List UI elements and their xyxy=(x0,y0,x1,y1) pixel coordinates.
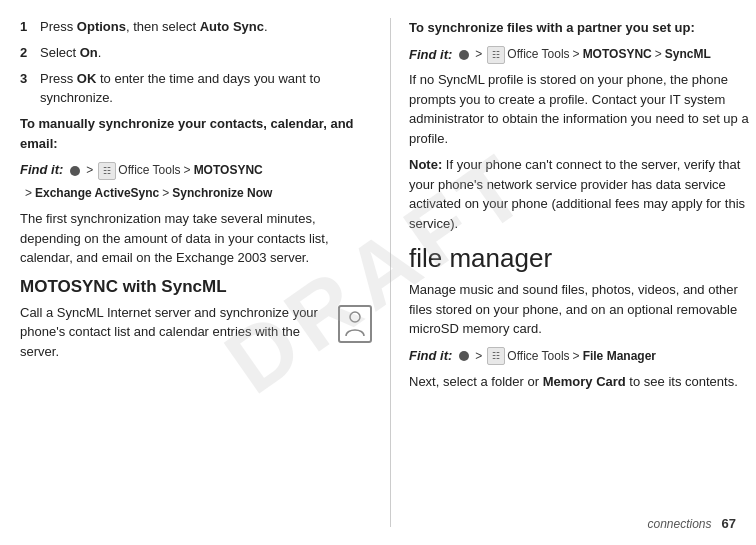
step-num-3: 3 xyxy=(20,70,36,108)
find-it-nav1b: > Exchange ActiveSync > Synchronize Now xyxy=(20,184,372,203)
exchange-activesync-label: Exchange ActiveSync xyxy=(35,184,159,203)
office-tools-label2: Office Tools xyxy=(507,45,569,64)
office-tools-label3: Office Tools xyxy=(507,347,569,366)
step-2: 2 Select On. xyxy=(20,44,372,63)
motosync-heading: MOTOSYNC with SyncML xyxy=(20,276,372,298)
connections-text: connections xyxy=(647,517,711,531)
memory-card-label: Memory Card xyxy=(543,374,626,389)
bullet-dot-1 xyxy=(70,166,80,176)
footer: connections 67 xyxy=(647,516,736,531)
file-manager-label: File Manager xyxy=(583,347,656,366)
next-text-block: Next, select a folder or Memory Card to … xyxy=(409,372,756,392)
note-block: Note: If your phone can't connect to the… xyxy=(409,155,756,233)
page-number: 67 xyxy=(722,516,736,531)
person-icon xyxy=(338,305,372,343)
file-manager-heading: file manager xyxy=(409,243,756,274)
step-num-2: 2 xyxy=(20,44,36,63)
step-2-text: Select On. xyxy=(40,44,101,63)
motosync-label: MOTOSYNC xyxy=(194,161,263,180)
bullet-dot-3 xyxy=(459,351,469,361)
arrow-4: > xyxy=(162,184,169,203)
note-label: Note: xyxy=(409,157,442,172)
arrow-1: > xyxy=(86,161,93,180)
next-text-before: Next, select a folder or xyxy=(409,374,543,389)
find-it-label2: Find it: xyxy=(409,45,452,66)
step-num-1: 1 xyxy=(20,18,36,37)
find-it-nav1: Find it: > ☷ Office Tools > MOTOSYNC xyxy=(20,160,372,181)
ok-bold: OK xyxy=(77,71,97,86)
left-column: 1 Press Options, then select Auto Sync. … xyxy=(20,18,390,527)
right-column: To synchronize files with a partner you … xyxy=(390,18,756,527)
note-text: If your phone can't connect to the serve… xyxy=(409,157,745,231)
step-1-text: Press Options, then select Auto Sync. xyxy=(40,18,268,37)
office-tools-icon-2: ☷ xyxy=(487,46,505,64)
arrow-r2: > xyxy=(573,45,580,64)
bullet-dot-2 xyxy=(459,50,469,60)
find-it-label1: Find it: xyxy=(20,160,63,181)
motosync-body: Call a SyncML Internet server and synchr… xyxy=(20,303,372,362)
motosync-section: Call a SyncML Internet server and synchr… xyxy=(20,303,372,362)
syncml-label: SyncML xyxy=(665,45,711,64)
step-3-text: Press OK to enter the time and days you … xyxy=(40,70,372,108)
manually-bold: To manually synchronize your contacts, c… xyxy=(20,116,354,151)
office-tools-icon-1: ☷ xyxy=(98,162,116,180)
arrow-r3: > xyxy=(655,45,662,64)
find-it-label3: Find it: xyxy=(409,346,452,367)
step-1: 1 Press Options, then select Auto Sync. xyxy=(20,18,372,37)
syncml-body: If no SyncML profile is stored on your p… xyxy=(409,70,756,148)
motosync-label-r: MOTOSYNC xyxy=(583,45,652,64)
next-text-after: to see its contents. xyxy=(626,374,738,389)
autosync-bold: Auto Sync xyxy=(200,19,264,34)
options-bold: Options xyxy=(77,19,126,34)
synchronize-now-label: Synchronize Now xyxy=(172,184,272,203)
office-tools-label1: Office Tools xyxy=(118,161,180,180)
find-it-nav-syncml: Find it: > ☷ Office Tools > MOTOSYNC > S… xyxy=(409,45,756,66)
arrow-3: > xyxy=(25,184,32,203)
arrow-r1: > xyxy=(475,45,482,64)
sync-partner-bold: To synchronize files with a partner you … xyxy=(409,20,695,35)
arrow-2: > xyxy=(184,161,191,180)
arrow-fm2: > xyxy=(573,347,580,366)
file-manager-body: Manage music and sound files, photos, vi… xyxy=(409,280,756,339)
office-tools-icon-3: ☷ xyxy=(487,347,505,365)
find-it-nav-fm: Find it: > ☷ Office Tools > File Manager xyxy=(409,346,756,367)
svg-point-0 xyxy=(350,312,360,322)
sync-partner-heading: To synchronize files with a partner you … xyxy=(409,18,756,38)
manually-heading: To manually synchronize your contacts, c… xyxy=(20,114,372,153)
arrow-fm1: > xyxy=(475,347,482,366)
step-3: 3 Press OK to enter the time and days yo… xyxy=(20,70,372,108)
first-sync-text: The first synchronization may take sever… xyxy=(20,209,372,268)
on-bold: On xyxy=(80,45,98,60)
